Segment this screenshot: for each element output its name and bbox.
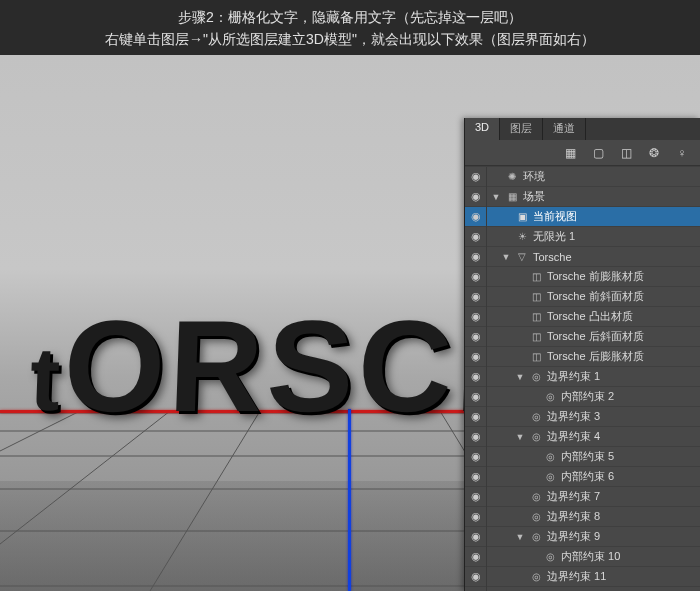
tree-row[interactable]: ▼边界约束 4 bbox=[465, 426, 700, 446]
tree-row-body[interactable]: ▼场景 bbox=[487, 189, 694, 204]
visibility-toggle[interactable] bbox=[465, 587, 487, 592]
disclosure-triangle-icon[interactable]: ▼ bbox=[501, 252, 511, 262]
tree-row[interactable]: 当前视图 bbox=[465, 206, 700, 226]
tree-row-body[interactable]: 边界约束 3 bbox=[487, 409, 694, 424]
eye-icon bbox=[471, 470, 481, 483]
tab-3d[interactable]: 3D bbox=[465, 118, 500, 140]
tree-row-body[interactable]: 内部约束 5 bbox=[487, 449, 694, 464]
tree-row[interactable]: 环境 bbox=[465, 166, 700, 186]
tree-row[interactable]: Torsche 后斜面材质 bbox=[465, 326, 700, 346]
tree-row[interactable]: ▼边界约束 1 bbox=[465, 366, 700, 386]
visibility-toggle[interactable] bbox=[465, 527, 487, 547]
disclosure-triangle-icon[interactable]: ▼ bbox=[491, 192, 501, 202]
tree-row[interactable]: Torsche 前膨胀材质 bbox=[465, 266, 700, 286]
visibility-toggle[interactable] bbox=[465, 347, 487, 367]
tree-row[interactable]: 无限光 1 bbox=[465, 226, 700, 246]
tree-row[interactable]: 内部约束 5 bbox=[465, 446, 700, 466]
visibility-toggle[interactable] bbox=[465, 227, 487, 247]
ring-icon bbox=[529, 510, 543, 524]
tree-item-label: 内部约束 2 bbox=[561, 389, 614, 404]
tree-row[interactable]: Torsche 凸出材质 bbox=[465, 306, 700, 326]
visibility-toggle[interactable] bbox=[465, 267, 487, 287]
caption-line-2: 右键单击图层→"从所选图层建立3D模型"，就会出现以下效果（图层界面如右） bbox=[0, 28, 700, 50]
3d-panel: 3D 图层 通道 ▦ ▢ ◫ ❂ ♀ 环境▼场景当前视图无限光 1▼Torsch… bbox=[464, 118, 700, 591]
disclosure-triangle-icon[interactable]: ▼ bbox=[515, 532, 525, 542]
eye-icon bbox=[471, 390, 481, 403]
material-filter-icon[interactable]: ◫ bbox=[614, 144, 638, 162]
eye-icon bbox=[471, 210, 481, 223]
tree-row-body[interactable]: 内部约束 6 bbox=[487, 469, 694, 484]
visibility-toggle[interactable] bbox=[465, 167, 487, 187]
tree-item-label: 边界约束 11 bbox=[547, 569, 606, 584]
mesh-icon bbox=[515, 250, 529, 264]
glyph-t: t bbox=[28, 328, 56, 431]
cam-icon bbox=[515, 210, 529, 224]
visibility-toggle[interactable] bbox=[465, 427, 487, 447]
visibility-toggle[interactable] bbox=[465, 567, 487, 587]
tree-row[interactable]: 边界约束 7 bbox=[465, 486, 700, 506]
tree-row[interactable]: Torsche 前斜面材质 bbox=[465, 286, 700, 306]
bulb-filter-icon[interactable]: ♀ bbox=[670, 144, 694, 162]
tree-row[interactable]: 边界约束 8 bbox=[465, 506, 700, 526]
tree-row-body[interactable]: 当前视图 bbox=[487, 209, 694, 224]
tree-row-body[interactable]: 边界约束 8 bbox=[487, 509, 694, 524]
tree-row-body[interactable]: Torsche 前斜面材质 bbox=[487, 289, 694, 304]
visibility-toggle[interactable] bbox=[465, 287, 487, 307]
tree-row-body[interactable]: Torsche 后膨胀材质 bbox=[487, 349, 694, 364]
tree-row-body[interactable]: 内部约束 2 bbox=[487, 389, 694, 404]
visibility-toggle[interactable] bbox=[465, 247, 487, 267]
tab-channels[interactable]: 通道 bbox=[543, 118, 586, 140]
visibility-toggle[interactable] bbox=[465, 207, 487, 227]
light-filter-icon[interactable]: ❂ bbox=[642, 144, 666, 162]
visibility-toggle[interactable] bbox=[465, 387, 487, 407]
visibility-toggle[interactable] bbox=[465, 327, 487, 347]
ring-icon bbox=[529, 490, 543, 504]
eye-icon bbox=[471, 290, 481, 303]
disclosure-triangle-icon[interactable]: ▼ bbox=[515, 372, 525, 382]
tree-row-body[interactable]: ▼Torsche bbox=[487, 250, 694, 264]
tree-row-body[interactable]: Torsche 凸出材质 bbox=[487, 309, 694, 324]
tree-row-body[interactable]: 边界约束 11 bbox=[487, 569, 694, 584]
tree-row-body[interactable]: 内部约束 10 bbox=[487, 549, 694, 564]
disclosure-triangle-icon[interactable]: ▼ bbox=[515, 432, 525, 442]
tree-row[interactable]: 边界约束 3 bbox=[465, 406, 700, 426]
tree-row-body[interactable]: 无限光 1 bbox=[487, 229, 694, 244]
3d-text-object[interactable]: t O R S C I bbox=[30, 291, 486, 441]
visibility-toggle[interactable] bbox=[465, 487, 487, 507]
visibility-toggle[interactable] bbox=[465, 307, 487, 327]
eye-icon bbox=[471, 430, 481, 443]
tree-row-body[interactable]: ▼边界约束 1 bbox=[487, 369, 694, 384]
tree-row-body[interactable]: 环境 bbox=[487, 169, 694, 184]
tree-row-body[interactable]: Torsche 前膨胀材质 bbox=[487, 269, 694, 284]
tree-row[interactable]: ▼边界约束 9 bbox=[465, 526, 700, 546]
tree-row[interactable]: 内部约束 2 bbox=[465, 386, 700, 406]
visibility-toggle[interactable] bbox=[465, 407, 487, 427]
tree-row-body[interactable]: Torsche 后斜面材质 bbox=[487, 329, 694, 344]
visibility-toggle[interactable] bbox=[465, 547, 487, 567]
scene-filter-icon[interactable]: ▦ bbox=[558, 144, 582, 162]
visibility-toggle[interactable] bbox=[465, 187, 487, 207]
tree-row[interactable]: 内部约束 10 bbox=[465, 546, 700, 566]
tree-row-body[interactable]: ▼边界约束 4 bbox=[487, 429, 694, 444]
tree-item-label: 边界约束 7 bbox=[547, 489, 600, 504]
tree-row-body[interactable]: 边界约束 7 bbox=[487, 489, 694, 504]
visibility-toggle[interactable] bbox=[465, 447, 487, 467]
eye-icon bbox=[471, 310, 481, 323]
scene-tree[interactable]: 环境▼场景当前视图无限光 1▼TorscheTorsche 前膨胀材质Torsc… bbox=[465, 166, 700, 591]
tab-layers[interactable]: 图层 bbox=[500, 118, 543, 140]
tree-row[interactable]: ▼场景 bbox=[465, 186, 700, 206]
visibility-toggle[interactable] bbox=[465, 367, 487, 387]
visibility-toggle[interactable] bbox=[465, 507, 487, 527]
tree-row[interactable]: 边界约束 11 bbox=[465, 566, 700, 586]
eye-icon bbox=[471, 510, 481, 523]
tree-row[interactable]: 默认相机 bbox=[465, 586, 700, 591]
tree-row[interactable]: ▼Torsche bbox=[465, 246, 700, 266]
glyph-r: R bbox=[166, 291, 259, 441]
tree-row-body[interactable]: ▼边界约束 9 bbox=[487, 529, 694, 544]
tree-item-label: 边界约束 1 bbox=[547, 369, 600, 384]
visibility-toggle[interactable] bbox=[465, 467, 487, 487]
tree-row[interactable]: 内部约束 6 bbox=[465, 466, 700, 486]
mesh-filter-icon[interactable]: ▢ bbox=[586, 144, 610, 162]
ring-icon bbox=[529, 430, 543, 444]
tree-row[interactable]: Torsche 后膨胀材质 bbox=[465, 346, 700, 366]
